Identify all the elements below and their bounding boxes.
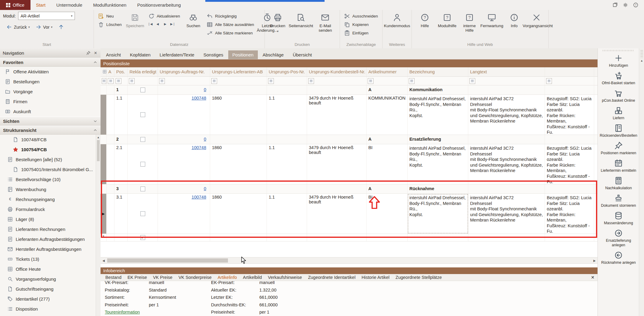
menu-item-modulfunktionen[interactable]: Modulfunktionen — [88, 0, 132, 10]
action-liefern[interactable]: Liefern — [598, 106, 639, 120]
struct-scrollbar[interactable]: ▲ — [96, 135, 101, 316]
vertical-scrollbar[interactable]: ▲ — [639, 48, 644, 316]
tab-lieferdaten-texte[interactable]: Lieferdaten/Texte — [155, 50, 199, 59]
position-group-row-1[interactable]: 10AKommunikation — [101, 85, 598, 95]
toureninformation-link[interactable]: Toureninformation — [105, 310, 140, 314]
nav-item-vorgangsverfolgung[interactable]: Vorgangsverfolgung — [0, 274, 101, 284]
new-position-row[interactable]: *✓ — [101, 234, 598, 241]
close-icon[interactable]: ✕ — [591, 275, 594, 280]
interne-hilfe-button[interactable]: ?interne Hilfe — [459, 12, 480, 33]
ursprungs-auftrag-link[interactable]: 100748 — [192, 96, 206, 101]
action-ersatzlieferung-anlegen[interactable]: Ersatzlieferung anlegen — [598, 229, 639, 247]
info-tab-verkaufshinweise[interactable]: Verkaufshinweise — [265, 275, 305, 280]
ursprungs-auftrag-link[interactable]: 100748 — [192, 145, 206, 150]
prev-record-button[interactable]: ◀ — [154, 21, 161, 27]
rueckgaengig-button[interactable]: Rückgängig — [205, 12, 255, 20]
nav-item-gutschriftseingang[interactable]: Gutschriftseingang — [0, 284, 101, 294]
filter-icon[interactable] — [268, 78, 274, 84]
alle-saetze-markieren-button[interactable]: Alle Sätze markieren — [205, 29, 255, 37]
menu-item-start[interactable]: Start — [30, 0, 51, 10]
hilfe-button[interactable]: ?Hilfe — [414, 12, 435, 28]
scroll-right-icon[interactable]: ▶ — [591, 259, 598, 262]
info-tab-ek-preise[interactable]: EK Preise — [124, 275, 150, 280]
ursprungs-auftrag-link[interactable]: 0 — [204, 87, 206, 92]
nav-item-disposition[interactable]: Disposition — [0, 304, 101, 314]
suchen-button[interactable]: Suchen — [183, 12, 204, 28]
nav-item-bestellungen-alle-52[interactable]: Bestellungen [alle] (52) — [0, 155, 101, 164]
column-header-artikelnummer[interactable]: Artikelnummer — [367, 67, 408, 76]
modul-select[interactable]: AR-Artikel ▾ — [18, 12, 75, 20]
column-header-rekla-erledigt[interactable]: Rekla erledigt — [128, 67, 158, 76]
fernwartung-button[interactable]: Fernwartung — [481, 12, 502, 28]
info-tab-historie-artikel[interactable]: Historie Artikel — [358, 275, 392, 280]
nav-item-100754-fcb[interactable]: 100754/FCB — [0, 145, 101, 155]
nav-item-laeger-8[interactable]: Läger (8) — [0, 214, 101, 224]
column-header-langtext[interactable]: Langtext — [468, 67, 545, 76]
filter-icon[interactable] — [116, 78, 121, 84]
info-tab-zugeordnete-stellplaetze[interactable]: Zugeordnete Stellplätze — [392, 275, 445, 280]
loeschen-button[interactable]: Löschen — [96, 21, 123, 28]
settings-icon[interactable] — [623, 2, 628, 8]
menu-item-untermodule[interactable]: Untermodule — [51, 0, 88, 10]
info-tab-vk-sonderpreise[interactable]: VK Sonderpreise — [175, 275, 215, 280]
last-record-button[interactable]: ▶❘ — [169, 21, 176, 27]
next-record-button[interactable]: ▶ — [162, 21, 168, 27]
action-ruecksenden-bestellen[interactable]: Rücksenden/Bestellen — [598, 124, 639, 138]
vorgangsansicht-button[interactable]: Vorgangsansicht — [526, 12, 547, 28]
tab-uebersicht[interactable]: Übersicht — [289, 50, 316, 59]
action-ofml-basket-starten[interactable]: Ofml-Basket starten — [598, 71, 639, 85]
filter-icon[interactable] — [211, 78, 217, 84]
action-hinzufuegen[interactable]: Hinzufügen — [598, 54, 639, 68]
info-tab-artikelbild[interactable]: Artikelbild — [240, 275, 265, 280]
filter-icon[interactable] — [159, 78, 165, 84]
action-nachkalkulation[interactable]: Nachkalkulation — [598, 176, 639, 190]
info-tab-artikelinfo[interactable]: Artikelinfo — [215, 275, 240, 280]
window-icon[interactable] — [612, 2, 618, 8]
ursprungs-auftrag-link[interactable]: 100748 — [192, 195, 206, 199]
up-button[interactable] — [58, 24, 64, 30]
seitenansicht-button[interactable]: Seitenansicht — [290, 12, 312, 28]
filter-icon[interactable] — [129, 78, 135, 84]
action-pcon-basket-online[interactable]: pCon.basket Online — [598, 89, 639, 103]
back-button[interactable]: Zurück ▾ — [6, 24, 30, 30]
nav-item-100748-fcb[interactable]: 100748/FCB — [0, 135, 101, 145]
horizontal-scrollbar[interactable]: ◀ ▶ — [101, 257, 598, 264]
rekla-checkbox[interactable] — [140, 137, 145, 142]
strukturansicht-section-header[interactable]: Strukturansicht — [0, 126, 101, 135]
nav-item-lieferanten-auftragsbestaetigungen[interactable]: Lieferanten Auftragsbestätigungen — [0, 234, 101, 244]
menu-item-positionsverarbeitung[interactable]: Positionsverarbeitung — [132, 0, 186, 10]
kopieren-button[interactable]: Kopieren — [342, 21, 380, 28]
nav-item-vorgaenge[interactable]: Vorgänge — [0, 87, 101, 97]
ursprungs-auftrag-link[interactable]: 0 — [204, 137, 206, 142]
info-tab-bestand[interactable]: Bestand — [102, 275, 124, 280]
filter-icon[interactable] — [546, 78, 552, 84]
einfuegen-button[interactable]: Einfügen — [342, 29, 380, 37]
position-group-row-3[interactable]: 30ARücknahme — [101, 184, 598, 194]
close-icon[interactable]: ✕ — [93, 51, 98, 55]
action-positionen-markieren[interactable]: Positionen markieren — [598, 141, 639, 155]
column-header-ursprungs-auftrags-nr[interactable]: Ursprungs-Auftrags-Nr. — [158, 67, 210, 76]
info-tab-zugeordnete-identartikel[interactable]: Zugeordnete Identartikel — [305, 275, 358, 280]
column-header-pos[interactable]: Pos. — [114, 67, 128, 76]
sidebar-grip[interactable] — [603, 50, 634, 51]
nav-item-warenbuchung[interactable]: Warenbuchung — [0, 184, 101, 194]
filter-icon[interactable] — [308, 78, 314, 84]
info-button[interactable]: Info — [504, 12, 525, 28]
position-row-2.1[interactable]: 2.110074818601.13479 durch Hr Hoeneß bea… — [101, 144, 598, 184]
action-liefertermin-ermitteln[interactable]: Liefertermin ermitteln — [598, 159, 639, 173]
first-record-button[interactable]: ❘◀ — [147, 21, 153, 27]
ausschneiden-button[interactable]: Ausschneiden — [342, 12, 380, 20]
nav-item-formulardruck[interactable]: Formulardruck — [0, 204, 101, 214]
filter-icon[interactable] — [102, 78, 106, 84]
rekla-checkbox[interactable] — [140, 211, 145, 216]
rekla-checkbox[interactable] — [140, 88, 145, 92]
action-massenaenderung[interactable]: Massenänderung — [598, 211, 639, 225]
drucken-button[interactable]: Drucken▾ — [267, 12, 288, 33]
nav-item-bestellvorschlaege-10[interactable]: Bestellvorschläge (10) — [0, 174, 101, 184]
tab-abschlaege[interactable]: Abschläge — [258, 50, 288, 59]
forward-button[interactable]: Vor ▾ — [35, 24, 53, 30]
tab-ansicht[interactable]: Ansicht — [102, 50, 125, 59]
scroll-left-icon[interactable]: ◀ — [101, 259, 107, 262]
favoriten-section-header[interactable]: Favoriten — [0, 58, 101, 67]
nav-item-bestellungen[interactable]: Bestellungen — [0, 77, 101, 87]
